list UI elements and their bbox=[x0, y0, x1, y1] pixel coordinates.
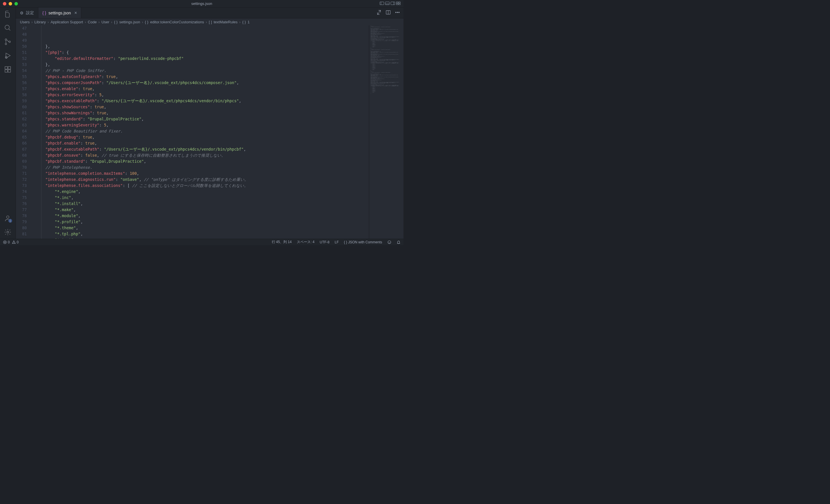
svg-point-27 bbox=[398, 12, 400, 13]
code-line[interactable]: "*.test", bbox=[36, 237, 369, 239]
code-line[interactable]: "phpcs.enable": true, bbox=[36, 86, 369, 92]
layout-bottom-icon[interactable] bbox=[385, 1, 390, 6]
line-number: 68 bbox=[16, 153, 27, 158]
code-line[interactable]: "editor.defaultFormatter": "persoderlind… bbox=[36, 56, 369, 62]
minimap[interactable]: }, "[php]": { "editor.defaultFormatter":… bbox=[369, 25, 404, 239]
layout-left-icon[interactable] bbox=[380, 1, 384, 6]
svg-marker-15 bbox=[6, 53, 10, 58]
search-icon[interactable] bbox=[4, 24, 11, 32]
code-line[interactable]: "phpcbf.onsave": false, // true にすると保存時に… bbox=[36, 153, 369, 158]
code-line[interactable]: // PHP - PHP Code Sniffer. bbox=[36, 68, 369, 74]
code-content[interactable]: }, "[php]": { "editor.defaultFormatter":… bbox=[33, 25, 369, 239]
code-line[interactable]: "intelephense.files.associations": [ // … bbox=[36, 182, 369, 189]
svg-rect-0 bbox=[380, 2, 384, 5]
line-number: 78 bbox=[16, 213, 27, 219]
close-tab-icon[interactable]: × bbox=[74, 10, 77, 15]
breadcrumb-item[interactable]: Library bbox=[34, 20, 46, 24]
more-actions-icon[interactable] bbox=[395, 10, 400, 16]
line-number: 70 bbox=[16, 164, 27, 170]
titlebar: settings.json bbox=[0, 0, 404, 7]
activity-bar: 1 bbox=[0, 7, 16, 239]
svg-point-13 bbox=[5, 43, 7, 45]
json-file-icon: { } bbox=[42, 11, 46, 15]
code-line[interactable]: }, bbox=[36, 43, 369, 49]
code-line[interactable]: "phpcs.standard": "Drupal,DrupalPractice… bbox=[36, 116, 369, 122]
code-line[interactable]: "*.theme", bbox=[36, 225, 369, 231]
code-line[interactable]: "intelephense.completion.maxItems": 100, bbox=[36, 170, 369, 176]
breadcrumb-item[interactable]: Code bbox=[88, 20, 97, 24]
source-control-icon[interactable] bbox=[4, 38, 11, 45]
code-line[interactable]: "phpcbf.enable": true, bbox=[36, 140, 369, 146]
explorer-icon[interactable] bbox=[4, 10, 11, 18]
line-number: 75 bbox=[16, 195, 27, 201]
open-changes-icon[interactable] bbox=[376, 10, 382, 16]
code-line[interactable]: "phpcs.warningSeverity": 5, bbox=[36, 122, 369, 128]
code-line[interactable]: "*.inc", bbox=[36, 195, 369, 201]
run-debug-icon[interactable] bbox=[4, 52, 11, 59]
breadcrumb-item[interactable]: settings.json bbox=[119, 20, 140, 24]
accounts-icon[interactable]: 1 bbox=[4, 214, 11, 222]
code-line[interactable]: "phpcbf.executablePath": "/Users/{ユーザー名}… bbox=[36, 146, 369, 153]
bell-icon[interactable] bbox=[396, 240, 401, 244]
feedback-icon[interactable] bbox=[387, 240, 391, 244]
split-editor-icon[interactable] bbox=[386, 10, 391, 16]
breadcrumb[interactable]: Users › Library › Application Support › … bbox=[16, 19, 404, 25]
code-line[interactable]: "*.profile", bbox=[36, 219, 369, 225]
breadcrumb-item[interactable]: editor.tokenColorCustomizations bbox=[150, 20, 204, 24]
close-window-button[interactable] bbox=[3, 2, 6, 5]
tab-settings-json[interactable]: { } settings.json × bbox=[38, 7, 81, 18]
breadcrumb-item[interactable]: Users bbox=[20, 20, 30, 24]
line-number: 61 bbox=[16, 110, 27, 116]
breadcrumb-item[interactable]: User bbox=[101, 20, 109, 24]
code-line[interactable]: "[php]": { bbox=[36, 49, 369, 56]
code-line[interactable]: "*.module", bbox=[36, 213, 369, 219]
code-line[interactable]: "*.engine", bbox=[36, 189, 369, 195]
code-line[interactable]: }, bbox=[36, 62, 369, 68]
tab-bar: ⚙ 設定 { } settings.json × bbox=[16, 7, 404, 19]
code-line[interactable]: // PHP Intelephense. bbox=[36, 164, 369, 170]
code-line[interactable]: "phpcs.autoConfigSearch": true, bbox=[36, 74, 369, 80]
code-line[interactable]: "phpcs.showWarnings": true, bbox=[36, 110, 369, 116]
breadcrumb-item[interactable]: 1 bbox=[248, 20, 250, 24]
code-line[interactable]: "phpcs.showSources": true, bbox=[36, 104, 369, 110]
svg-point-10 bbox=[5, 25, 9, 29]
code-line[interactable]: "*.tpl.php", bbox=[36, 231, 369, 237]
svg-point-26 bbox=[397, 12, 398, 13]
code-line[interactable]: "phpcs.errorSeverity": 5, bbox=[36, 92, 369, 98]
line-number: 67 bbox=[16, 146, 27, 153]
code-line[interactable]: "*.install", bbox=[36, 201, 369, 207]
zoom-window-button[interactable] bbox=[14, 2, 18, 5]
status-eol[interactable]: LF bbox=[334, 240, 339, 244]
svg-rect-2 bbox=[385, 2, 389, 5]
code-line[interactable]: "*.make", bbox=[36, 207, 369, 213]
settings-gear-icon[interactable] bbox=[4, 228, 11, 236]
status-spaces[interactable]: スペース: 4 bbox=[297, 240, 314, 244]
breadcrumb-item[interactable]: textMateRules bbox=[214, 20, 237, 24]
line-number: 50 bbox=[16, 43, 27, 49]
code-line[interactable]: "phpcs.composerJsonPath": "/Users/{ユーザー名… bbox=[36, 80, 369, 86]
status-problems[interactable]: 0 0 bbox=[3, 240, 19, 244]
status-encoding[interactable]: UTF-8 bbox=[320, 240, 329, 244]
line-number: 76 bbox=[16, 201, 27, 207]
code-line[interactable]: "phpcbf.debug": true, bbox=[36, 134, 369, 140]
code-line[interactable]: // PHP Code Beautifier and Fixer. bbox=[36, 128, 369, 134]
code-line[interactable]: "phpcbf.standard": "Drupal,DrupalPractic… bbox=[36, 158, 369, 164]
layout-right-icon[interactable] bbox=[390, 1, 395, 6]
line-number: 58 bbox=[16, 92, 27, 98]
code-line[interactable]: "intelephense.diagnostics.run": "onSave"… bbox=[36, 176, 369, 182]
status-language[interactable]: { } JSON with Comments bbox=[344, 240, 382, 244]
titlebar-right-icons bbox=[380, 1, 401, 6]
code-line[interactable]: "phpcs.executablePath": "/Users/{ユーザー名}/… bbox=[36, 98, 369, 104]
line-number: 54 bbox=[16, 68, 27, 74]
extensions-icon[interactable] bbox=[4, 66, 11, 73]
svg-point-14 bbox=[9, 41, 10, 42]
layout-grid-icon[interactable] bbox=[396, 1, 401, 6]
minimize-window-button[interactable] bbox=[9, 2, 12, 5]
line-number: 49 bbox=[16, 37, 27, 43]
svg-point-32 bbox=[388, 240, 391, 244]
tab-settings-ui[interactable]: ⚙ 設定 bbox=[16, 7, 38, 18]
svg-rect-4 bbox=[391, 2, 395, 5]
status-cursor[interactable]: 行 45、列 14 bbox=[272, 240, 292, 244]
line-number: 57 bbox=[16, 86, 27, 92]
breadcrumb-item[interactable]: Application Support bbox=[51, 20, 83, 24]
